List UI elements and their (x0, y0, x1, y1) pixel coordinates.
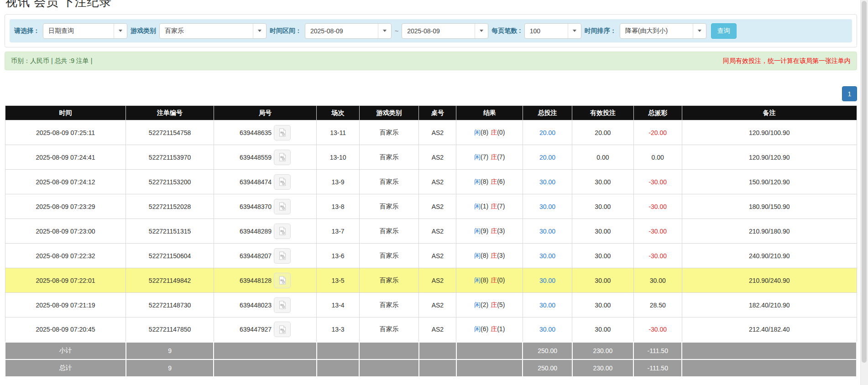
video-file-icon (278, 227, 287, 235)
cell-valid-bet: 0.00 (572, 145, 633, 170)
column-header: 游戏类别 (359, 106, 419, 120)
round-id: 639448128 (240, 277, 272, 284)
cell-session: 13-3 (317, 317, 359, 342)
time-sort-select[interactable]: 降幂(由大到小) (620, 23, 706, 39)
total-total_bet: 250.00 (523, 359, 572, 377)
query-type-select[interactable]: 日期查询 (43, 23, 127, 39)
cell-result: 闲(8)庄(6) (456, 170, 523, 194)
cell-total-bet[interactable]: 20.00 (523, 120, 572, 145)
round-id: 639448635 (240, 129, 272, 136)
cell-table-number: AS2 (419, 244, 456, 268)
cell-total-bet[interactable]: 30.00 (523, 268, 572, 293)
vertical-scrollbar[interactable] (860, 0, 868, 385)
video-file-icon (278, 177, 287, 186)
cell-total-bet[interactable]: 30.00 (523, 293, 572, 317)
cell-valid-bet: 20.00 (572, 120, 633, 145)
cell-total-bet[interactable]: 30.00 (523, 194, 572, 219)
video-replay-button[interactable] (274, 199, 291, 214)
video-replay-button[interactable] (274, 322, 291, 337)
cell-round: 639448635 (214, 120, 317, 145)
cell-remark: 212.40/182.40 (682, 317, 857, 342)
cell-total-payout: -30.00 (633, 170, 682, 194)
video-replay-button[interactable] (274, 273, 291, 288)
cell-total-bet[interactable]: 30.00 (523, 219, 572, 244)
cell-round: 639448128 (214, 268, 317, 293)
video-replay-button[interactable] (274, 150, 291, 165)
player-score: (1) (481, 203, 488, 210)
video-replay-button[interactable] (274, 248, 291, 264)
column-header: 结果 (456, 106, 523, 120)
chevron-down-icon (114, 24, 127, 38)
banker-label: 庄 (491, 227, 497, 234)
cell-game-category: 百家乐 (359, 120, 419, 145)
total-empty-cell (214, 359, 317, 377)
player-score: (8) (481, 252, 488, 259)
subtotal-label: 小计 (5, 342, 126, 359)
total-count: 9 (126, 359, 214, 377)
query-type-value: 日期查询 (43, 27, 79, 35)
cell-remark: 120.90/100.90 (682, 120, 857, 145)
cell-total-bet[interactable]: 30.00 (523, 170, 572, 194)
cell-session: 13-4 (317, 293, 359, 317)
game-category-label: 游戏类别 (131, 27, 156, 35)
player-score: (8) (481, 129, 488, 136)
video-file-icon (278, 251, 287, 260)
cell-total-bet[interactable]: 30.00 (523, 244, 572, 268)
table-row: 2025-08-09 07:25:11 522721154758 6394486… (5, 120, 857, 145)
cell-bet-id: 522721147850 (126, 317, 214, 342)
cell-table-number: AS2 (419, 293, 456, 317)
title-container: 视讯 会员 下注纪录 (5, 0, 857, 10)
chevron-down-icon (693, 24, 706, 38)
cell-time: 2025-08-09 07:20:45 (5, 317, 126, 342)
cell-result: 闲(8)庄(3) (456, 244, 523, 268)
player-score: (2) (481, 301, 488, 308)
table-row: 2025-08-09 07:23:00 522721151315 6394482… (5, 219, 857, 244)
banker-score: (7) (497, 203, 505, 210)
pagination-page-1-button[interactable]: 1 (842, 86, 857, 101)
date-to-select[interactable]: 2025-08-09 (402, 23, 488, 39)
cell-valid-bet: 30.00 (572, 244, 633, 268)
video-file-icon (278, 301, 287, 309)
total-row: 总计9250.00230.00-111.50 (5, 359, 857, 377)
player-label: 闲 (474, 153, 481, 161)
video-file-icon (278, 276, 287, 285)
cell-total-bet[interactable]: 20.00 (523, 145, 572, 170)
page-root: 视讯 会员 下注纪录 请选择： 日期查询 游戏类别 百家乐 时间区间： 2025… (0, 0, 868, 377)
banker-score: (3) (497, 252, 505, 259)
cell-session: 13-7 (317, 219, 359, 244)
per-page-value: 100 (525, 27, 545, 35)
per-page-select[interactable]: 100 (524, 23, 581, 39)
time-sort-label: 时间排序： (585, 27, 617, 35)
cell-round: 639447927 (214, 317, 317, 342)
round-id: 639448559 (240, 154, 272, 161)
video-replay-button[interactable] (274, 224, 291, 239)
banker-label: 庄 (491, 252, 497, 259)
video-replay-button[interactable] (274, 297, 291, 313)
video-replay-button[interactable] (274, 174, 291, 190)
search-button[interactable]: 查询 (711, 23, 737, 39)
video-file-icon (278, 128, 287, 137)
summary-currency-count: 币别：人民币 | 总共 :9 注单 | (11, 57, 92, 65)
subtotal-total_bet: 250.00 (523, 342, 572, 359)
cell-table-number: AS2 (419, 268, 456, 293)
table-footer: 小计9250.00230.00-111.50总计9250.00230.00-11… (5, 342, 857, 377)
cell-total-bet[interactable]: 30.00 (523, 317, 572, 342)
cell-total-payout: -30.00 (633, 194, 682, 219)
cell-bet-id: 522721151315 (126, 219, 214, 244)
table-body: 2025-08-09 07:25:11 522721154758 6394486… (5, 120, 857, 342)
scrollbar-thumb[interactable] (862, 1, 867, 363)
cell-total-payout: 30.00 (633, 268, 682, 293)
subtotal-empty-cell (359, 342, 419, 359)
summary-note: 同局有效投注，统一计算在该局第一张注单内 (723, 57, 851, 65)
total-empty-cell (317, 359, 359, 377)
cell-round: 639448207 (214, 244, 317, 268)
video-replay-button[interactable] (274, 125, 291, 140)
game-category-select[interactable]: 百家乐 (159, 23, 267, 39)
subtotal-empty-cell (214, 342, 317, 359)
column-header: 备注 (682, 106, 857, 120)
subtotal-empty-cell (419, 342, 456, 359)
column-header: 局号 (214, 106, 317, 120)
date-from-select[interactable]: 2025-08-09 (305, 23, 392, 39)
cell-time: 2025-08-09 07:22:01 (5, 268, 126, 293)
total-valid_bet: 230.00 (572, 359, 633, 377)
